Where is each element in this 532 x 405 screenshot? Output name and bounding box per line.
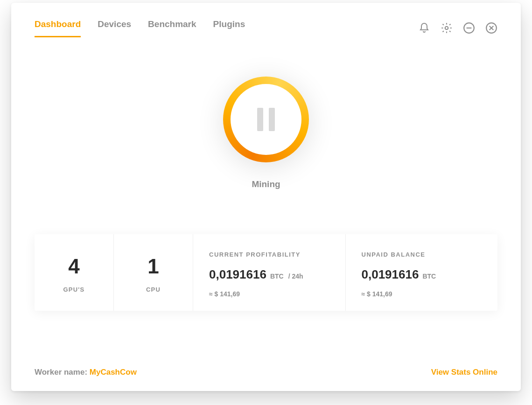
view-stats-link[interactable]: View Stats Online: [431, 368, 497, 377]
balance-amount: 0,0191616: [362, 267, 419, 282]
tab-devices[interactable]: Devices: [98, 19, 131, 37]
profitability-amount: 0,0191616: [209, 267, 266, 282]
profitability-unit: BTC: [270, 272, 284, 280]
pause-icon: [257, 108, 275, 131]
balance-amount-row: 0,0191616 BTC: [362, 267, 482, 282]
mining-section: Mining: [11, 77, 521, 189]
mining-toggle-button[interactable]: [223, 77, 309, 162]
balance-title: UNPAID BALANCE: [362, 251, 482, 258]
footer-bar: Worker name: MyCashCow View Stats Online: [35, 368, 497, 377]
settings-icon[interactable]: [441, 22, 453, 34]
profitability-usd: ≈ $ 141,69: [209, 290, 329, 298]
mining-status-label: Mining: [252, 179, 280, 189]
balance-usd: ≈ $ 141,69: [362, 290, 482, 298]
gpu-count: 4: [68, 256, 79, 277]
cpu-count: 1: [147, 256, 159, 277]
minimize-icon[interactable]: [463, 22, 475, 34]
cpu-card: 1 CPU: [114, 234, 193, 311]
tab-benchmark[interactable]: Benchmark: [148, 19, 196, 37]
nav-tabs: Dashboard Devices Benchmark Plugins: [35, 19, 245, 37]
header-icon-group: [418, 22, 497, 34]
gpu-card: 4 GPU'S: [35, 234, 114, 311]
tab-plugins[interactable]: Plugins: [213, 19, 245, 37]
balance-unit: BTC: [422, 272, 436, 280]
tab-dashboard[interactable]: Dashboard: [35, 19, 81, 37]
profitability-suffix: / 24h: [288, 272, 303, 280]
svg-point-0: [445, 27, 448, 30]
app-window: Dashboard Devices Benchmark Plugins: [11, 3, 521, 391]
notifications-icon[interactable]: [418, 22, 430, 34]
stats-row: 4 GPU'S 1 CPU CURRENT PROFITABILITY 0,01…: [35, 234, 497, 311]
gpu-label: GPU'S: [63, 286, 85, 293]
cpu-label: CPU: [146, 286, 161, 293]
balance-card: UNPAID BALANCE 0,0191616 BTC ≈ $ 141,69: [346, 234, 498, 311]
worker-name-value: MyCashCow: [90, 368, 137, 377]
profitability-card: CURRENT PROFITABILITY 0,0191616 BTC / 24…: [193, 234, 346, 311]
worker-label: Worker name:: [35, 368, 90, 377]
worker-name-row: Worker name: MyCashCow: [35, 368, 137, 377]
profitability-title: CURRENT PROFITABILITY: [209, 251, 329, 258]
header-bar: Dashboard Devices Benchmark Plugins: [11, 3, 521, 42]
profitability-amount-row: 0,0191616 BTC / 24h: [209, 267, 329, 282]
close-icon[interactable]: [485, 22, 497, 34]
